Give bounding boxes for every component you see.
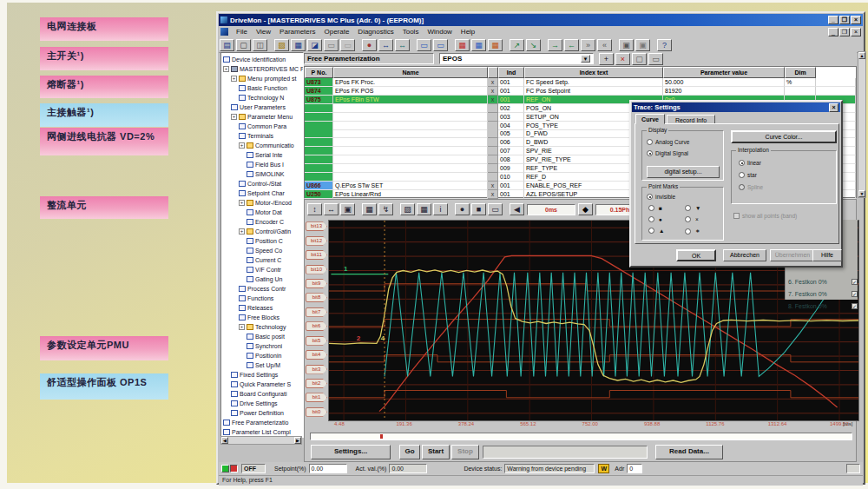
tree-item-basic-posit[interactable]: Basic posit [247, 332, 303, 341]
table-cell[interactable]: EPos Linear/Rnd [333, 190, 488, 199]
point-mark-option-4[interactable]: × [685, 216, 699, 222]
open-folder-icon[interactable]: ▨ [274, 39, 289, 51]
info-icon[interactable]: i [433, 203, 448, 215]
column-header-Index text[interactable]: Index text [524, 67, 663, 78]
point-mark-option-6[interactable]: ∗ [685, 228, 700, 235]
table-cell[interactable] [333, 164, 488, 173]
column-header-Parameter value[interactable]: Parameter value [663, 67, 785, 78]
table-cell[interactable]: U250 [305, 190, 333, 199]
table-cell[interactable] [333, 147, 488, 155]
table-cell[interactable]: 003 [498, 113, 524, 122]
expander-icon[interactable]: + [231, 76, 237, 82]
tree-item-fixed-settings[interactable]: Fixed Settings [231, 370, 303, 380]
title-bar[interactable]: DriveMon - [MASTERDRIVES MC Plus (Adr. 0… [219, 14, 863, 26]
connect-icon[interactable]: ● [362, 39, 377, 51]
point-mark-option-5[interactable]: ▲ [648, 228, 664, 234]
monitor-icon[interactable]: ▭ [417, 39, 431, 51]
point-mark-option-1[interactable]: ■ [648, 205, 662, 211]
table-cell[interactable] [816, 78, 856, 87]
new-list-button[interactable]: ▢ [632, 53, 647, 65]
table-cell[interactable]: EPos FK Proc. [333, 78, 488, 87]
trace-go-button[interactable]: Go [399, 445, 420, 459]
copy-doc-icon[interactable]: ◫ [253, 39, 267, 51]
table-cell[interactable]: x [488, 182, 498, 190]
menu-window[interactable]: Window [423, 27, 456, 36]
chevron-down-icon[interactable]: ▼ [581, 55, 590, 63]
trace-mixed-icon[interactable]: ▦ [488, 39, 503, 51]
-bernehmen-button[interactable]: Übernehmen [770, 249, 815, 261]
table-cell[interactable]: x [488, 96, 498, 104]
parameter-set-combobox[interactable]: EPOS ▼ [439, 53, 594, 64]
table-cell[interactable] [488, 129, 498, 138]
time-scrollbar[interactable] [310, 433, 852, 440]
trace-red-icon[interactable]: ▦ [455, 39, 470, 51]
tree-item-process-contr[interactable]: Process Contr [239, 284, 303, 294]
show-all-points-checkbox[interactable]: show all points (band) [733, 213, 797, 219]
table-cell[interactable]: 009 [498, 164, 524, 173]
upload-icon[interactable]: ↔ [378, 39, 393, 51]
download-icon[interactable]: ↔ [395, 39, 410, 51]
size-grip[interactable] [846, 464, 860, 473]
save-icon[interactable]: ▦ [291, 39, 306, 51]
tools-icon[interactable]: ↯ [378, 203, 393, 215]
tree-item-control-stat[interactable]: Control-/Stat [239, 179, 303, 188]
menu-parameters[interactable]: Parameters [275, 27, 319, 36]
table-cell[interactable] [305, 113, 333, 122]
grid-icon[interactable]: ▦ [362, 203, 377, 215]
table-cell[interactable]: FC Pos Setpoint [524, 87, 663, 96]
table-cell[interactable]: 001 [498, 78, 524, 87]
print-icon[interactable]: ▭ [324, 39, 339, 51]
tree-item-communicatio[interactable]: +Communicatio [239, 141, 303, 150]
expander-icon[interactable]: + [239, 324, 245, 330]
dialog-close-icon[interactable]: × [829, 103, 838, 112]
legend-checkbox-icon[interactable]: ✓ [852, 303, 858, 309]
expander-icon[interactable]: + [239, 228, 245, 235]
trace-stop-button[interactable]: Stop [451, 445, 479, 459]
tree-item-masterdrives-mc-pl[interactable]: +MASTERDRIVES MC Pl [223, 64, 303, 74]
menu-help[interactable]: Help [457, 27, 479, 36]
table-cell[interactable]: x [488, 190, 498, 199]
child-restore-button[interactable]: ❐ [839, 28, 850, 36]
menu-view[interactable]: View [252, 27, 275, 36]
read-data-button[interactable]: Read Data... [655, 445, 723, 459]
table-cell[interactable] [333, 129, 488, 138]
expander-icon[interactable]: + [231, 114, 237, 120]
hilfe-button[interactable]: Hilfe [812, 249, 842, 261]
table-cell[interactable] [488, 113, 498, 122]
new-doc-icon[interactable]: ▤ [220, 39, 234, 51]
table-cell[interactable]: FC Speed Setp. [524, 78, 663, 87]
radio-linear[interactable]: linear [739, 160, 761, 166]
trace-multi-icon[interactable]: ▦ [471, 39, 486, 51]
preview-icon[interactable]: ▭ [340, 39, 355, 51]
tree-item-positionin[interactable]: Positionin [247, 351, 303, 360]
table-cell[interactable]: 005 [498, 129, 524, 138]
jump-right-icon[interactable]: » [581, 39, 595, 51]
table-cell[interactable] [333, 104, 488, 113]
tree-item-encoder-c[interactable]: Encoder C [247, 217, 303, 227]
table-cell[interactable]: 006 [498, 138, 524, 147]
minimize-button[interactable]: _ [828, 16, 838, 24]
table-cell[interactable]: Q.EPos STw SET [333, 182, 488, 190]
table-cell[interactable] [305, 129, 333, 138]
close-button[interactable]: × [851, 16, 861, 24]
column-header-blank[interactable] [488, 67, 498, 78]
arrow-down-green-icon[interactable]: ↘ [526, 39, 541, 51]
setpoint-field[interactable]: 0.00 [309, 464, 347, 473]
table-cell[interactable]: U873 [305, 78, 333, 87]
print-trace-icon[interactable]: ▭ [488, 203, 503, 215]
blank-doc-icon[interactable]: ▢ [236, 39, 251, 51]
tree-item-common-para[interactable]: Common Para [239, 122, 303, 131]
scroll-left-icon[interactable]: ◀ [221, 437, 228, 444]
zoom-x-icon[interactable]: ↔ [324, 203, 339, 215]
table-cell[interactable] [488, 164, 498, 173]
legend-row-7[interactable]: 7. Festkon 0%✓ [788, 289, 858, 299]
zoom-y-icon[interactable]: ↕ [307, 203, 322, 215]
save-trace-icon[interactable]: ▦ [417, 203, 431, 215]
record-icon[interactable]: ● [455, 203, 470, 215]
trace-start-button[interactable]: Start [422, 445, 450, 459]
table-cell[interactable] [333, 138, 488, 147]
table-cell[interactable] [305, 164, 333, 173]
scroll-up-icon[interactable]: ▲ [858, 52, 865, 59]
cascade-icon[interactable]: ▣ [635, 39, 650, 51]
add-parameter-button[interactable]: + [599, 53, 614, 65]
